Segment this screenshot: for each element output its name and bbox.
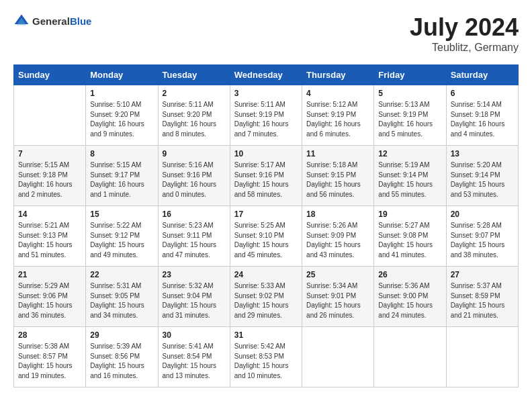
day-info: Sunrise: 5:18 AMSunset: 9:15 PMDaylight:… <box>306 161 369 199</box>
day-cell: 13 Sunrise: 5:20 AMSunset: 9:14 PMDaylig… <box>446 146 518 206</box>
day-cell: 11 Sunrise: 5:18 AMSunset: 9:15 PMDaylig… <box>302 146 374 206</box>
day-info: Sunrise: 5:25 AMSunset: 9:10 PMDaylight:… <box>234 221 298 260</box>
day-number: 28 <box>18 330 81 340</box>
day-number: 2 <box>163 89 226 98</box>
day-number: 25 <box>306 270 369 279</box>
day-info: Sunrise: 5:22 AMSunset: 9:12 PMDaylight:… <box>90 221 153 260</box>
header-row: SundayMondayTuesdayWednesdayThursdayFrid… <box>14 65 519 85</box>
day-cell: 23 Sunrise: 5:32 AMSunset: 9:04 PMDaylig… <box>158 267 230 327</box>
title-block: July 2024 Teublitz, Germany <box>410 13 519 54</box>
day-info: Sunrise: 5:13 AMSunset: 9:19 PMDaylight:… <box>378 100 441 139</box>
day-info: Sunrise: 5:17 AMSunset: 9:16 PMDaylight:… <box>234 161 298 199</box>
day-cell: 29 Sunrise: 5:39 AMSunset: 8:56 PMDaylig… <box>86 327 158 387</box>
day-cell: 4 Sunrise: 5:12 AMSunset: 9:19 PMDayligh… <box>302 85 374 146</box>
day-number: 9 <box>163 149 226 158</box>
day-info: Sunrise: 5:26 AMSunset: 9:09 PMDaylight:… <box>306 221 369 260</box>
day-number: 3 <box>234 89 298 98</box>
logo: GeneralBlue <box>13 13 91 30</box>
day-cell: 14 Sunrise: 5:21 AMSunset: 9:13 PMDaylig… <box>14 206 86 267</box>
week-row-1: 1 Sunrise: 5:10 AMSunset: 9:20 PMDayligh… <box>14 85 519 146</box>
day-number: 22 <box>90 270 153 279</box>
day-cell: 18 Sunrise: 5:26 AMSunset: 9:09 PMDaylig… <box>302 206 374 267</box>
day-number: 14 <box>18 210 81 219</box>
day-cell: 19 Sunrise: 5:27 AMSunset: 9:08 PMDaylig… <box>374 206 446 267</box>
day-info: Sunrise: 5:11 AMSunset: 9:19 PMDaylight:… <box>234 100 298 139</box>
day-cell: 8 Sunrise: 5:15 AMSunset: 9:17 PMDayligh… <box>86 146 158 206</box>
location: Teublitz, Germany <box>410 42 519 54</box>
day-cell <box>446 327 518 387</box>
col-header-sunday: Sunday <box>14 65 86 85</box>
day-info: Sunrise: 5:38 AMSunset: 8:57 PMDaylight:… <box>18 342 81 381</box>
page-header: GeneralBlue July 2024 Teublitz, Germany <box>13 13 519 54</box>
day-cell: 15 Sunrise: 5:22 AMSunset: 9:12 PMDaylig… <box>86 206 158 267</box>
day-cell: 24 Sunrise: 5:33 AMSunset: 9:02 PMDaylig… <box>230 267 302 327</box>
day-info: Sunrise: 5:39 AMSunset: 8:56 PMDaylight:… <box>90 342 153 381</box>
day-number: 1 <box>90 89 153 98</box>
day-cell: 26 Sunrise: 5:36 AMSunset: 9:00 PMDaylig… <box>374 267 446 327</box>
month-title: July 2024 <box>410 13 519 42</box>
day-number: 11 <box>306 149 369 158</box>
day-number: 7 <box>18 149 81 158</box>
day-number: 5 <box>378 89 441 98</box>
day-info: Sunrise: 5:32 AMSunset: 9:04 PMDaylight:… <box>163 281 226 320</box>
day-info: Sunrise: 5:36 AMSunset: 9:00 PMDaylight:… <box>378 281 441 320</box>
day-info: Sunrise: 5:11 AMSunset: 9:20 PMDaylight:… <box>163 100 226 139</box>
day-cell <box>14 85 86 146</box>
day-cell: 7 Sunrise: 5:15 AMSunset: 9:18 PMDayligh… <box>14 146 86 206</box>
day-cell: 16 Sunrise: 5:23 AMSunset: 9:11 PMDaylig… <box>158 206 230 267</box>
day-cell: 3 Sunrise: 5:11 AMSunset: 9:19 PMDayligh… <box>230 85 302 146</box>
day-number: 12 <box>378 149 441 158</box>
day-info: Sunrise: 5:20 AMSunset: 9:14 PMDaylight:… <box>451 161 514 199</box>
day-number: 29 <box>90 330 153 340</box>
day-number: 31 <box>234 330 298 340</box>
col-header-thursday: Thursday <box>302 65 374 85</box>
week-row-4: 21 Sunrise: 5:29 AMSunset: 9:06 PMDaylig… <box>14 267 519 327</box>
day-info: Sunrise: 5:28 AMSunset: 9:07 PMDaylight:… <box>451 221 514 260</box>
day-number: 4 <box>306 89 369 98</box>
day-number: 8 <box>90 149 153 158</box>
day-cell <box>374 327 446 387</box>
day-cell: 31 Sunrise: 5:42 AMSunset: 8:53 PMDaylig… <box>230 327 302 387</box>
day-number: 21 <box>18 270 81 279</box>
day-number: 23 <box>163 270 226 279</box>
logo-general: General <box>32 15 70 27</box>
day-cell: 1 Sunrise: 5:10 AMSunset: 9:20 PMDayligh… <box>86 85 158 146</box>
day-number: 6 <box>451 89 514 98</box>
day-cell <box>302 327 374 387</box>
day-cell: 28 Sunrise: 5:38 AMSunset: 8:57 PMDaylig… <box>14 327 86 387</box>
day-info: Sunrise: 5:41 AMSunset: 8:54 PMDaylight:… <box>163 342 226 381</box>
calendar-table: SundayMondayTuesdayWednesdayThursdayFrid… <box>13 64 519 387</box>
day-info: Sunrise: 5:33 AMSunset: 9:02 PMDaylight:… <box>234 281 298 320</box>
day-info: Sunrise: 5:37 AMSunset: 8:59 PMDaylight:… <box>451 281 514 320</box>
day-info: Sunrise: 5:10 AMSunset: 9:20 PMDaylight:… <box>90 100 153 139</box>
col-header-saturday: Saturday <box>446 65 518 85</box>
logo-text: GeneralBlue <box>32 16 91 28</box>
day-cell: 2 Sunrise: 5:11 AMSunset: 9:20 PMDayligh… <box>158 85 230 146</box>
week-row-5: 28 Sunrise: 5:38 AMSunset: 8:57 PMDaylig… <box>14 327 519 387</box>
day-info: Sunrise: 5:31 AMSunset: 9:05 PMDaylight:… <box>90 281 153 320</box>
day-cell: 9 Sunrise: 5:16 AMSunset: 9:16 PMDayligh… <box>158 146 230 206</box>
col-header-monday: Monday <box>86 65 158 85</box>
day-number: 17 <box>234 210 298 219</box>
week-row-2: 7 Sunrise: 5:15 AMSunset: 9:18 PMDayligh… <box>14 146 519 206</box>
day-cell: 21 Sunrise: 5:29 AMSunset: 9:06 PMDaylig… <box>14 267 86 327</box>
day-number: 19 <box>378 210 441 219</box>
day-cell: 27 Sunrise: 5:37 AMSunset: 8:59 PMDaylig… <box>446 267 518 327</box>
day-info: Sunrise: 5:42 AMSunset: 8:53 PMDaylight:… <box>234 342 298 381</box>
day-info: Sunrise: 5:21 AMSunset: 9:13 PMDaylight:… <box>18 221 81 260</box>
day-number: 30 <box>163 330 226 340</box>
day-number: 24 <box>234 270 298 279</box>
day-info: Sunrise: 5:14 AMSunset: 9:18 PMDaylight:… <box>451 100 514 139</box>
day-number: 10 <box>234 149 298 158</box>
day-cell: 17 Sunrise: 5:25 AMSunset: 9:10 PMDaylig… <box>230 206 302 267</box>
day-info: Sunrise: 5:29 AMSunset: 9:06 PMDaylight:… <box>18 281 81 320</box>
day-cell: 10 Sunrise: 5:17 AMSunset: 9:16 PMDaylig… <box>230 146 302 206</box>
day-cell: 20 Sunrise: 5:28 AMSunset: 9:07 PMDaylig… <box>446 206 518 267</box>
day-info: Sunrise: 5:19 AMSunset: 9:14 PMDaylight:… <box>378 161 441 199</box>
day-number: 26 <box>378 270 441 279</box>
logo-blue: Blue <box>70 15 92 27</box>
day-info: Sunrise: 5:15 AMSunset: 9:18 PMDaylight:… <box>18 161 81 199</box>
day-cell: 12 Sunrise: 5:19 AMSunset: 9:14 PMDaylig… <box>374 146 446 206</box>
day-number: 20 <box>451 210 514 219</box>
day-cell: 30 Sunrise: 5:41 AMSunset: 8:54 PMDaylig… <box>158 327 230 387</box>
